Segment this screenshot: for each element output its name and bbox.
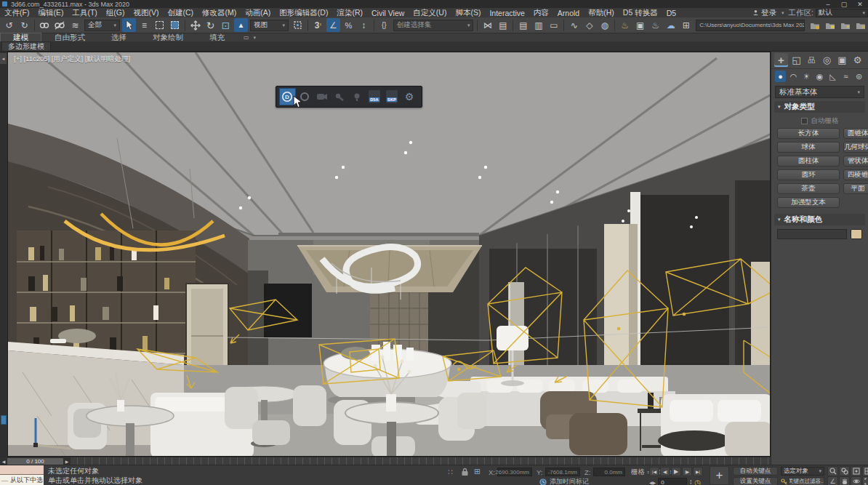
viewport-layout-tab[interactable]: ◂ (0, 53, 7, 64)
torus-button[interactable]: 圆环 (777, 169, 840, 180)
box-button[interactable]: 长方体 (777, 128, 840, 139)
menu-item-rendering[interactable]: 渲染(R) (332, 8, 367, 18)
menu-item-tools[interactable]: 工具(T) (68, 8, 101, 18)
x-coordinate-field[interactable]: 2690.300mm (497, 468, 532, 476)
name-and-color-rollout-header[interactable]: ▾ 名称和颜色 (774, 214, 865, 225)
tube-button[interactable]: 管状体 (843, 156, 868, 167)
undo-button[interactable]: ↺ (2, 18, 16, 32)
object-color-swatch[interactable] (851, 229, 862, 239)
category-helpers[interactable]: ◺ (827, 71, 838, 82)
perspective-viewport[interactable]: [+] [11c205] [用户定义] [默认明暗处理] (7, 52, 771, 457)
menu-item-group[interactable]: 组(G) (102, 8, 129, 18)
percent-snap-toggle[interactable]: % (342, 18, 355, 32)
material-editor-button[interactable]: ◍ (598, 18, 611, 32)
category-shapes[interactable]: ◠ (788, 71, 799, 82)
use-center-flyout[interactable] (291, 18, 305, 32)
key-step-icon[interactable]: ◀▶ (649, 480, 656, 485)
pan-view-button[interactable] (839, 476, 850, 485)
tab-hierarchy[interactable]: 品 (805, 53, 819, 67)
previous-frame-button[interactable]: ◀| (660, 467, 670, 476)
selection-filter-dropdown[interactable]: 全部▾ (84, 20, 120, 31)
menu-item-views[interactable]: 视图(V) (129, 8, 164, 18)
select-and-move-button[interactable] (188, 18, 202, 32)
menu-item-scripting[interactable]: 脚本(S) (451, 8, 485, 18)
menu-item-help[interactable]: 帮助(H) (584, 8, 619, 18)
zoom-extents-button[interactable] (851, 466, 861, 476)
tab-modify[interactable]: ◱ (789, 53, 803, 67)
isolate-selection-toggle[interactable]: ∷ (448, 468, 453, 477)
ribbon-toggle-button[interactable]: ▭ (547, 18, 560, 32)
category-lights[interactable]: ☀ (801, 71, 812, 82)
select-and-rotate-button[interactable]: ↻ (204, 18, 217, 32)
object-category-dropdown[interactable]: 标准基本体 ▾ (775, 86, 864, 98)
autogrid-checkbox[interactable] (801, 118, 808, 124)
menu-item-graph-editors[interactable]: 图形编辑器(D) (275, 8, 332, 18)
auto-key-button[interactable]: 自动关键点 (733, 467, 778, 476)
listener-pane[interactable]: — 从以下中选 (0, 475, 44, 485)
render-setup-button[interactable]: ♨ (618, 18, 632, 32)
tab-display[interactable]: ▣ (835, 53, 849, 67)
zoom-all-button[interactable] (839, 466, 850, 476)
render-production-button[interactable]: ♨ (648, 18, 662, 32)
track-bar-ruler[interactable] (71, 457, 771, 465)
unlink-selection-icon[interactable] (53, 18, 67, 32)
rectangular-selection-region-button[interactable] (153, 18, 166, 32)
tab-utilities[interactable]: ⚙ (851, 53, 864, 67)
orbit-button[interactable] (851, 476, 861, 485)
tab-create[interactable]: + (774, 53, 788, 67)
menu-item-content[interactable]: 内容 (529, 8, 553, 18)
pyramid-button[interactable]: 四棱锥 (843, 169, 868, 180)
sphere-button[interactable]: 球体 (777, 142, 840, 153)
go-to-end-button[interactable]: ▶| (693, 467, 703, 476)
go-to-start-button[interactable]: |◀ (649, 467, 659, 476)
save-project-button[interactable] (838, 18, 852, 32)
menu-item-create[interactable]: 创建(C) (164, 8, 198, 18)
time-configuration-button[interactable]: ◷ (694, 478, 701, 485)
plane-button[interactable]: 平面 (843, 183, 868, 194)
selection-lock-toggle[interactable] (461, 468, 469, 478)
next-frame-button[interactable]: |▶ (682, 467, 692, 476)
polygon-modeling-panel-tab[interactable]: 多边形建模 (1, 41, 51, 51)
curve-editor-button[interactable]: ∿ (567, 18, 581, 32)
redo-button[interactable]: ↻ (17, 18, 31, 32)
menu-item-d5-converter[interactable]: D5 转换器 (619, 8, 662, 18)
menu-item-d5[interactable]: D5 (662, 9, 680, 17)
object-type-rollout-header[interactable]: ▾ 对象类型 (774, 101, 865, 113)
field-of-view-button[interactable]: ∠ (827, 476, 838, 485)
bind-to-spacewarp-icon[interactable]: ≋ (68, 18, 82, 32)
time-slider-value[interactable]: 0 / 100 (7, 458, 63, 465)
align-button[interactable]: ▤ (496, 18, 510, 32)
angle-snap-toggle[interactable]: ∠ (326, 18, 340, 32)
set-key-button[interactable]: 设置关键点 (733, 477, 778, 485)
cylinder-button[interactable]: 圆柱体 (777, 156, 840, 167)
snaps-toggle-3d[interactable]: 3³ (311, 18, 325, 32)
macro-recorder-pane[interactable] (0, 465, 44, 475)
workspace-dropdown[interactable]: 默认 ▾ (816, 9, 868, 17)
select-and-link-icon[interactable] (38, 18, 52, 32)
category-cameras[interactable]: ◉ (814, 71, 825, 82)
spinner-snap-toggle[interactable]: ↕ (357, 18, 371, 32)
menu-item-civil-view[interactable]: Civil View (367, 9, 409, 17)
autogrid-checkbox-row[interactable]: 自动栅格 (777, 116, 862, 126)
project-settings-button[interactable] (853, 18, 867, 32)
login-button[interactable]: 登录 ▾ (752, 8, 784, 18)
menu-item-file[interactable]: 文件(F) (0, 8, 33, 18)
skp-export-button[interactable]: SKP (384, 88, 401, 105)
textplus-button[interactable]: 加强型文本 (777, 197, 840, 208)
menu-item-modifiers[interactable]: 修改器(M) (198, 8, 241, 18)
named-selection-sets-dropdown[interactable]: 创建选择集▾ (393, 20, 474, 31)
category-spacewarps[interactable]: ≈ (840, 71, 851, 82)
close-button[interactable]: ✕ (852, 1, 868, 8)
time-slider[interactable]: ◀ 0 / 100 ▶ (0, 457, 71, 465)
mirror-button[interactable]: ⋈ (481, 18, 494, 32)
render-in-cloud-button[interactable]: ☁ (664, 18, 678, 32)
transform-type-in-icon[interactable]: ⊞ (474, 467, 481, 476)
state-sets-button[interactable]: ⊞ (679, 18, 693, 32)
add-time-tag-button[interactable]: 添加时间标记 (539, 477, 589, 485)
geosphere-button[interactable]: 几何球体 (843, 142, 868, 153)
reference-coordinate-dropdown[interactable]: 视图▾ (250, 20, 289, 31)
zoom-button[interactable] (827, 466, 838, 476)
viewport-scene[interactable] (8, 52, 771, 457)
key-mode-dropdown[interactable]: 选定对象▾ (781, 467, 824, 476)
cone-button[interactable]: 圆锥体 (843, 128, 868, 139)
